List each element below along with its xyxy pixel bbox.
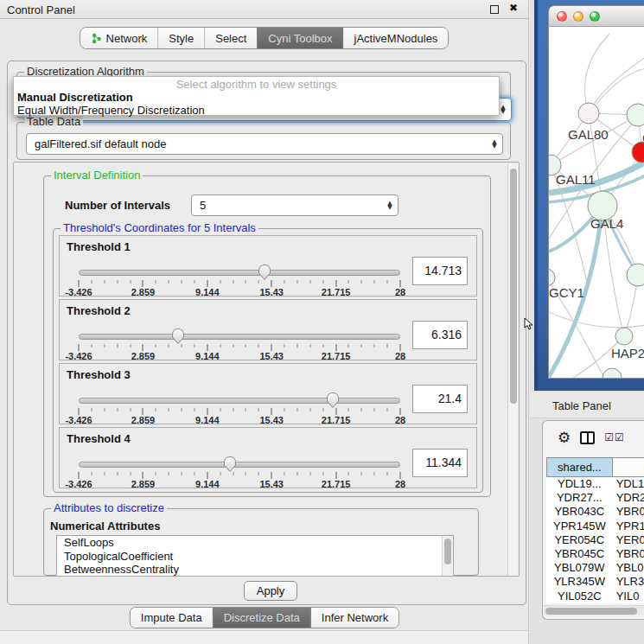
table-cell: YDL19... <box>546 477 613 491</box>
threshold-slider[interactable]: -3.4262.8599.14415.4321.71528 <box>79 264 400 296</box>
network-icon <box>91 33 102 44</box>
checkbox-icons[interactable]: ☑☑ <box>604 431 625 443</box>
network-node[interactable] <box>549 269 555 286</box>
table-row[interactable]: YBR043CYBR0 <box>546 505 644 519</box>
threshold-value-field[interactable]: 11.344 <box>412 449 468 477</box>
threshold-value-field[interactable]: 21.4 <box>412 385 468 413</box>
threshold-row-2: Threshold 2-3.4262.8599.14415.4321.71528… <box>59 299 477 360</box>
tab-cyni-toolbox[interactable]: Cyni Toolbox <box>257 28 342 48</box>
spinner-arrows-icon[interactable]: ▲▼ <box>382 201 398 210</box>
network-canvas[interactable]: GAL80GACGAL11GAL4GCY1HHAP2 <box>549 27 644 379</box>
group-title: Threshold's Coordinates for 5 Intervals <box>61 222 258 234</box>
tick-label: 15.43 <box>259 479 284 489</box>
mac-close-icon[interactable] <box>557 11 567 22</box>
table-row[interactable]: YLR345WYLR3 <box>546 575 644 589</box>
combo-arrows-icon[interactable]: ▲▼ <box>487 140 502 149</box>
close-icon[interactable]: ✖ <box>509 2 518 14</box>
tab-network[interactable]: Network <box>80 28 158 48</box>
attribute-item-betweennesscentrality[interactable]: BetweennessCentrality <box>57 563 453 577</box>
table-cell: YDL1 <box>613 477 644 491</box>
tab-style[interactable]: Style <box>157 28 204 48</box>
column-header-2[interactable]: na <box>613 457 644 477</box>
list-scrollbar[interactable] <box>442 536 453 577</box>
node-label-gal4: GAL4 <box>590 216 623 231</box>
mac-minimize-icon[interactable] <box>573 11 583 22</box>
threshold-row-3: Threshold 3-3.4262.8599.14415.4321.71528… <box>59 363 477 424</box>
table-cell: YBR0 <box>613 505 644 519</box>
table-panel-title: Table Panel <box>552 399 611 412</box>
interval-definition-group: Interval Definition Number of Intervals … <box>43 175 491 497</box>
table-cell: YLR345W <box>546 575 613 589</box>
panel-scrollbar[interactable] <box>507 163 518 577</box>
column-header-1[interactable]: shared... <box>546 457 613 477</box>
tick-label: 2.859 <box>131 415 156 425</box>
table-row[interactable]: YBL079WYBL0 <box>546 561 644 575</box>
right-side-panels: GAL80GACGAL11GAL4GCY1HHAP2 Table Panel ⚙… <box>530 0 644 644</box>
threshold-slider[interactable]: -3.4262.8599.14415.4321.71528 <box>79 328 400 360</box>
dropdown-option-manual-discretization[interactable]: Manual Discretization <box>14 91 499 104</box>
columns-icon[interactable] <box>580 431 595 444</box>
network-node[interactable] <box>603 368 622 379</box>
number-of-intervals-spinner[interactable]: 5 ▲▼ <box>191 194 399 216</box>
threshold-slider[interactable]: -3.4262.8599.14415.4321.71528 <box>79 392 400 424</box>
tick-label: 9.144 <box>195 415 220 425</box>
group-title: Interval Definition <box>51 169 143 182</box>
table-cell: YBR0 <box>613 547 644 561</box>
tick-label: -3.426 <box>65 479 92 489</box>
apply-button[interactable]: Apply <box>244 581 297 601</box>
tick-label: 21.715 <box>322 415 351 425</box>
node-label-gal11: GAL11 <box>556 172 596 187</box>
tick-label: 15.43 <box>259 287 284 297</box>
table-data-combobox[interactable]: galFiltered.sif default node ▲▼ <box>26 133 503 155</box>
attributes-group: Attributes to discretize Numerical Attri… <box>43 508 479 576</box>
group-title: Attributes to discretize <box>51 502 167 514</box>
network-node[interactable] <box>627 264 644 286</box>
threshold-value-field[interactable]: 6.316 <box>412 321 468 349</box>
table-horizontal-scrollbar[interactable] <box>544 605 644 615</box>
network-window: GAL80GACGAL11GAL4GCY1HHAP2 <box>548 5 644 379</box>
control-panel-window: Control Panel ✖ NetworkStyleSelectCyni T… <box>0 0 529 644</box>
tick-label: -3.426 <box>65 415 92 425</box>
table-row[interactable]: YDL19...YDL1 <box>546 477 644 491</box>
table-cell: YBL079W <box>546 561 613 575</box>
table-row[interactable]: YIL052CYIL0 <box>546 590 644 603</box>
gear-icon[interactable]: ⚙ <box>558 430 571 445</box>
table-row[interactable]: YBR045CYBR0 <box>546 547 644 561</box>
table-row[interactable]: YPR145WYPR1 <box>546 520 644 533</box>
tick-label: 15.43 <box>259 351 284 361</box>
network-node[interactable] <box>615 328 633 345</box>
numerical-attributes-list[interactable]: SelfLoopsTopologicalCoefficientBetweenne… <box>56 535 454 577</box>
network-node[interactable] <box>627 104 644 126</box>
tab-label: Style <box>169 32 194 45</box>
tab-discretize-data[interactable]: Discretize Data <box>213 608 310 628</box>
dropdown-option-equal-width-frequency-discretization[interactable]: Equal Width/Frequency Discretization <box>14 104 499 117</box>
threshold-slider[interactable]: -3.4262.8599.14415.4321.71528 <box>79 456 400 488</box>
tick-label: 28 <box>395 287 405 297</box>
tab-jactivemnodules[interactable]: jActiveMNodules <box>343 28 449 48</box>
network-edge[interactable] <box>549 312 644 328</box>
threshold-value-field[interactable]: 14.713 <box>412 257 468 285</box>
table-row[interactable]: YER054CYER0 <box>546 533 644 547</box>
table-cell: YPR1 <box>613 520 644 533</box>
tab-impute-data[interactable]: Impute Data <box>131 608 213 628</box>
panel-title: Control Panel <box>7 3 75 16</box>
attribute-item-selfloops[interactable]: SelfLoops <box>57 536 453 550</box>
network-edge[interactable] <box>584 34 609 113</box>
mac-zoom-icon[interactable] <box>590 11 600 22</box>
table-cell: YPR145W <box>546 520 613 533</box>
dropdown-placeholder: Select algorithm to view settings <box>14 77 499 91</box>
float-window-icon[interactable] <box>490 5 499 14</box>
numerical-attributes-label: Numerical Attributes <box>50 520 160 532</box>
attribute-item-topologicalcoefficient[interactable]: TopologicalCoefficient <box>57 550 453 564</box>
network-node[interactable] <box>578 103 599 124</box>
table-cell: YBR045C <box>546 547 613 561</box>
table-row[interactable]: YDR27...YDR2 <box>546 491 644 505</box>
tab-select[interactable]: Select <box>204 28 257 48</box>
number-of-intervals-label: Number of Intervals <box>65 199 170 212</box>
network-window-titlebar <box>549 6 644 27</box>
tab-infer-network[interactable]: Infer Network <box>310 608 399 628</box>
threshold-row-4: Threshold 4-3.4262.8599.14415.4321.71528… <box>59 427 477 488</box>
table-cell: YER0 <box>613 533 644 547</box>
tab-label: Discretize Data <box>224 611 300 624</box>
node-label-gcy1: GCY1 <box>549 285 584 300</box>
